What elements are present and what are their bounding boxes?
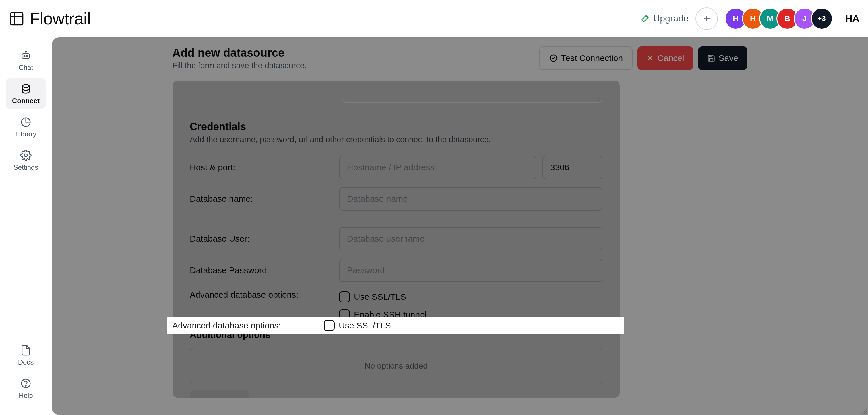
svg-point-14 xyxy=(26,385,26,386)
svg-point-6 xyxy=(24,56,25,57)
field-label: Database name: xyxy=(190,194,339,204)
svg-point-10 xyxy=(22,84,29,88)
options-empty-box: No options added xyxy=(190,348,602,384)
host-input[interactable] xyxy=(339,155,536,179)
svg-line-24 xyxy=(866,413,867,414)
check-circle-icon xyxy=(549,54,558,63)
sidebar-item-label: Library xyxy=(15,130,36,138)
plus-icon xyxy=(702,14,711,23)
cancel-button[interactable]: Cancel xyxy=(637,46,693,70)
user-badge[interactable]: HA xyxy=(845,13,859,24)
divider xyxy=(190,219,602,219)
close-icon xyxy=(646,55,654,62)
sidebar-item-label: Chat xyxy=(19,64,33,72)
sidebar: Chat Connect xyxy=(0,37,52,415)
button-label: Test Connection xyxy=(561,53,623,63)
pie-chart-icon xyxy=(20,116,32,128)
header-right: Upgrade H H M B J +3 HA xyxy=(640,7,859,30)
field-label: Database Password: xyxy=(190,266,339,275)
dbpass-input[interactable] xyxy=(339,258,602,282)
textarea-bottom-edge xyxy=(190,98,602,105)
section-title-credentials: Credentials xyxy=(190,120,602,133)
page-title: Add new datasource xyxy=(172,46,307,59)
logo-icon xyxy=(9,11,25,27)
app-header: Flowtrail Upgrade H H M B xyxy=(0,0,868,37)
sidebar-item-library[interactable]: Library xyxy=(6,111,46,142)
plus-icon xyxy=(198,397,205,398)
database-icon xyxy=(20,83,32,95)
dbname-input[interactable] xyxy=(339,187,602,211)
checkbox-label: Use SSL/TLS xyxy=(354,292,406,302)
button-label: Cancel xyxy=(657,53,684,63)
svg-rect-5 xyxy=(22,54,30,59)
button-label: Save xyxy=(719,53,738,63)
field-label: Advanced database options: xyxy=(190,290,339,300)
button-label: Add Row xyxy=(208,396,241,398)
svg-line-18 xyxy=(597,98,600,101)
add-button[interactable] xyxy=(695,7,718,30)
svg-line-23 xyxy=(863,410,867,414)
sidebar-item-docs[interactable]: Docs xyxy=(6,339,46,370)
checkbox-box[interactable] xyxy=(339,291,350,302)
window-resize-icon[interactable] xyxy=(859,406,867,414)
checkbox-ssl[interactable]: Use SSL/TLS xyxy=(324,319,391,333)
app-name: Flowtrail xyxy=(30,9,90,28)
page-header: Add new datasource Fill the form and sav… xyxy=(52,46,868,70)
field-label: Database User: xyxy=(190,234,339,244)
avatar-stack[interactable]: H H M B J +3 xyxy=(725,8,833,30)
resize-handle-icon[interactable] xyxy=(596,97,600,101)
section-desc-credentials: Add the username, password, url and othe… xyxy=(190,135,602,144)
add-row-button[interactable]: Add Row xyxy=(190,390,249,398)
svg-point-15 xyxy=(550,55,557,62)
svg-point-7 xyxy=(27,56,28,57)
field-label: Advanced database options: xyxy=(172,321,324,331)
form-row-host: Host & port: xyxy=(190,155,602,179)
sidebar-item-connect[interactable]: Connect xyxy=(6,78,46,109)
robot-icon xyxy=(20,50,32,61)
page-subtitle: Fill the form and save the datasource. xyxy=(172,61,307,70)
main-canvas: Add new datasource Fill the form and sav… xyxy=(52,37,868,415)
sidebar-item-label: Settings xyxy=(13,163,38,171)
options-empty-label: No options added xyxy=(365,361,428,371)
wand-icon xyxy=(640,14,650,24)
upgrade-link[interactable]: Upgrade xyxy=(640,13,689,24)
port-input[interactable] xyxy=(542,155,602,179)
test-connection-button[interactable]: Test Connection xyxy=(539,46,632,70)
sidebar-item-help[interactable]: Help xyxy=(6,373,46,404)
svg-line-19 xyxy=(598,99,600,101)
svg-point-12 xyxy=(24,154,27,157)
checkbox-box[interactable] xyxy=(324,320,335,331)
sidebar-item-label: Connect xyxy=(12,97,40,105)
save-icon xyxy=(707,54,715,62)
form-row-dbpass: Database Password: xyxy=(190,258,602,282)
avatar-more[interactable]: +3 xyxy=(811,8,833,30)
sidebar-item-label: Docs xyxy=(18,358,34,366)
form-row-dbuser: Database User: xyxy=(190,227,602,250)
form-row-dbname: Database name: xyxy=(190,187,602,211)
field-label: Host & port: xyxy=(190,163,339,172)
form-card: Credentials Add the username, password, … xyxy=(172,80,620,398)
help-icon xyxy=(20,378,32,389)
sidebar-item-label: Help xyxy=(19,391,33,400)
gear-icon xyxy=(20,149,32,161)
svg-point-9 xyxy=(25,51,26,52)
save-button[interactable]: Save xyxy=(698,46,747,70)
sidebar-item-chat[interactable]: Chat xyxy=(6,45,46,76)
highlighted-row-advanced: Advanced database options: Use SSL/TLS xyxy=(167,317,624,335)
checkbox-ssl[interactable]: Use SSL/TLS xyxy=(339,290,427,304)
upgrade-label: Upgrade xyxy=(653,13,689,24)
checkbox-label: Use SSL/TLS xyxy=(339,321,391,331)
sidebar-item-settings[interactable]: Settings xyxy=(6,144,46,175)
svg-rect-0 xyxy=(11,12,23,25)
dbuser-input[interactable] xyxy=(339,227,602,250)
file-icon xyxy=(20,345,32,356)
header-left: Flowtrail xyxy=(9,9,90,28)
